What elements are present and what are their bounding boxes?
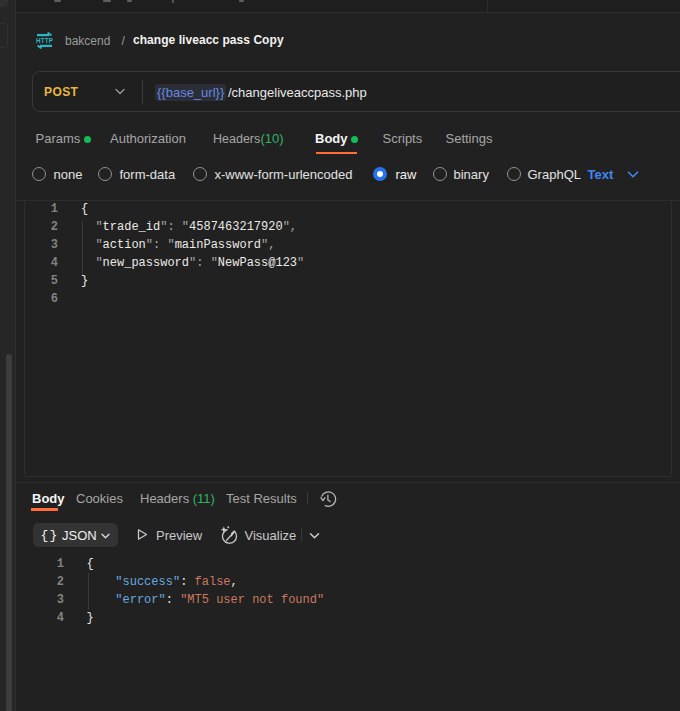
svg-text:HTTP: HTTP [36,37,53,44]
